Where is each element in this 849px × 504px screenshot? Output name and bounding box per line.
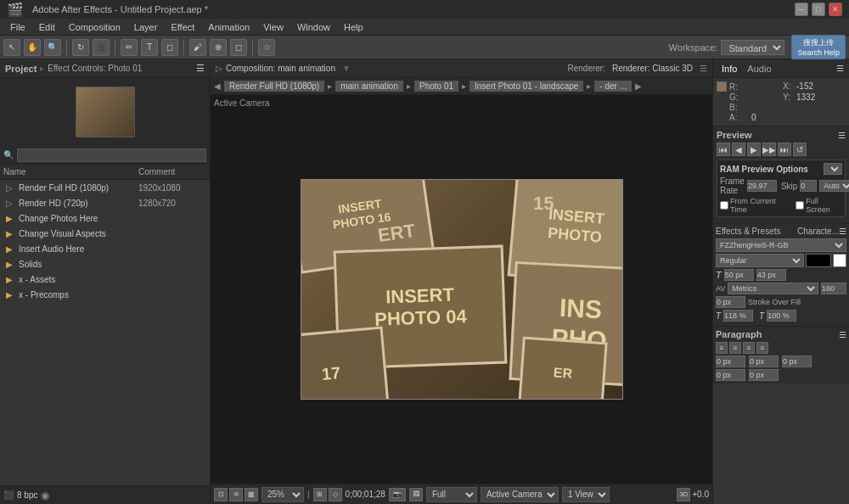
menu-view[interactable]: View xyxy=(256,20,290,34)
breadcrumb-right-icon[interactable]: ▶ xyxy=(635,81,642,91)
color-preview-white[interactable] xyxy=(833,254,846,267)
view-select[interactable]: Active Camera xyxy=(481,487,559,502)
font-style-select[interactable]: Regular xyxy=(716,254,804,267)
tool-zoom[interactable]: 🔍 xyxy=(44,39,61,56)
menu-window[interactable]: Window xyxy=(290,20,337,34)
tool-shape[interactable]: ◻ xyxy=(161,39,178,56)
space-before-input[interactable] xyxy=(782,356,812,367)
view-count-select[interactable]: 1 View xyxy=(562,487,610,502)
menu-file[interactable]: File xyxy=(3,20,32,34)
maximize-button[interactable]: □ xyxy=(812,3,825,16)
info-tab[interactable]: Info xyxy=(718,62,740,76)
tool-text[interactable]: T xyxy=(141,39,158,56)
prev-first-button[interactable]: ⏮ xyxy=(717,143,730,156)
resolution-select[interactable]: Auto xyxy=(819,180,849,192)
snap-button[interactable]: ⊡ xyxy=(214,488,228,501)
ram-options-select[interactable] xyxy=(824,163,842,175)
mask-button[interactable]: ◇ xyxy=(329,488,342,501)
bit-depth-value[interactable]: 8 bpc xyxy=(17,490,37,500)
stroke-input[interactable] xyxy=(716,296,745,308)
font-size-input[interactable] xyxy=(724,269,754,281)
list-item[interactable]: ▶ Change Visual Aspects xyxy=(0,226,210,241)
align-right-button[interactable]: ≡ xyxy=(743,342,755,354)
audio-tab[interactable]: Audio xyxy=(744,62,774,76)
tool-pen[interactable]: ✏ xyxy=(121,39,138,56)
3d-button[interactable]: 3D xyxy=(677,488,690,501)
zoom-select[interactable]: 25% 50% 100% xyxy=(261,487,304,502)
prev-fwd-button[interactable]: ▶▶ xyxy=(762,143,776,156)
tool-eraser[interactable]: ◻ xyxy=(230,39,247,56)
workspace-select[interactable]: Standard xyxy=(721,40,784,55)
list-item[interactable]: ▶ Solids xyxy=(0,256,210,272)
list-item[interactable]: ▷ Render Full HD (1080p) 1920x1080 xyxy=(0,180,210,195)
menu-animation[interactable]: Animation xyxy=(201,20,256,34)
panel-close-icon[interactable]: ☰ xyxy=(700,64,707,73)
tracking-input[interactable] xyxy=(821,283,846,294)
list-item[interactable]: ▶ Change Photos Here xyxy=(0,210,210,226)
skip-input[interactable] xyxy=(800,180,817,192)
frame-rate-input[interactable] xyxy=(747,180,777,192)
tool-rotate[interactable]: ↻ xyxy=(72,39,89,56)
menu-help[interactable]: Help xyxy=(337,20,370,34)
tool-brush[interactable]: 🖌 xyxy=(189,39,206,56)
kerning-select[interactable]: Metrics xyxy=(728,283,818,294)
breadcrumb-der[interactable]: - der ... xyxy=(594,81,632,92)
tool-select[interactable]: ↖ xyxy=(3,39,20,56)
tool-camera[interactable]: 🎥 xyxy=(93,39,110,56)
effect-controls-tab[interactable]: Effect Controls: Photo 01 xyxy=(48,64,142,73)
tool-puppet[interactable]: ☆ xyxy=(258,39,275,56)
window-controls[interactable]: — □ ✕ xyxy=(795,3,842,16)
breadcrumb-main-anim[interactable]: main animation xyxy=(335,81,403,92)
align-left-button[interactable]: ≡ xyxy=(716,342,728,354)
search-help-button[interactable]: 搜搜上传 Search Help xyxy=(791,35,846,59)
resolution-button[interactable]: ▩ xyxy=(245,488,258,501)
char-panel-menu[interactable]: ☰ xyxy=(839,227,846,236)
h-scale-input[interactable] xyxy=(723,310,753,322)
justify-button[interactable]: ≡ xyxy=(756,342,768,354)
close-button[interactable]: ✕ xyxy=(829,3,842,16)
prev-last-button[interactable]: ⏭ xyxy=(778,143,791,156)
list-item[interactable]: ▶ Insert Audio Here xyxy=(0,241,210,256)
v-scale-input[interactable] xyxy=(767,310,796,322)
motion-blur-button[interactable]: ≋ xyxy=(229,488,243,501)
space-after-input[interactable] xyxy=(749,369,779,381)
grid-button[interactable]: ⊞ xyxy=(313,488,327,501)
minimize-button[interactable]: — xyxy=(795,3,808,16)
header-menu-icon[interactable]: ▼ xyxy=(342,64,351,73)
tool-hand[interactable]: ✋ xyxy=(24,39,41,56)
first-line-input[interactable] xyxy=(716,369,745,381)
breadcrumb-insert[interactable]: Insert Photo 01 - landscape xyxy=(469,81,583,92)
snapshot-button[interactable]: 📷 xyxy=(389,488,406,501)
prev-play-button[interactable]: ▶ xyxy=(747,143,761,156)
breadcrumb-left-icon[interactable]: ◀ xyxy=(214,81,221,91)
menu-layer[interactable]: Layer xyxy=(127,20,165,34)
quality-select[interactable]: Full Half Quarter xyxy=(426,487,477,502)
indent-left-input[interactable] xyxy=(716,356,745,367)
align-center-button[interactable]: ≡ xyxy=(729,342,741,354)
font-family-select[interactable]: FZZhengHei5-R-GB xyxy=(716,238,846,252)
breadcrumb-resolution[interactable]: Render Full HD (1080p) xyxy=(224,81,324,92)
prev-back-button[interactable]: ◀ xyxy=(732,143,745,156)
show-snapshot-button[interactable]: 🖼 xyxy=(409,488,423,501)
flow-chart-icon[interactable]: ◉ xyxy=(41,490,49,501)
leading-input[interactable] xyxy=(756,269,786,281)
list-item[interactable]: ▷ Render HD (720p) 1280x720 xyxy=(0,195,210,210)
info-panel-menu[interactable]: ☰ xyxy=(836,64,844,73)
list-item[interactable]: ▶ x - Assets xyxy=(0,272,210,287)
title-bar-left: 🎬 Adobe After Effects - Untitled Project… xyxy=(7,2,208,18)
project-search-input[interactable] xyxy=(17,148,206,162)
from-current-checkbox[interactable] xyxy=(720,201,728,210)
paragraph-menu[interactable]: ☰ xyxy=(839,330,846,339)
menu-edit[interactable]: Edit xyxy=(32,20,62,34)
panel-menu-icon[interactable]: ☰ xyxy=(196,63,205,74)
full-screen-checkbox[interactable] xyxy=(796,201,804,210)
tool-clone[interactable]: ⊕ xyxy=(210,39,227,56)
indent-right-input[interactable] xyxy=(749,356,779,367)
preview-panel-menu[interactable]: ☰ xyxy=(838,131,846,140)
color-preview-black[interactable] xyxy=(806,254,831,267)
menu-effect[interactable]: Effect xyxy=(164,20,201,34)
menu-composition[interactable]: Composition xyxy=(62,20,127,34)
breadcrumb-photo01[interactable]: Photo 01 xyxy=(414,81,458,92)
prev-loop-button[interactable]: ↺ xyxy=(793,143,807,156)
list-item[interactable]: ▶ x - Precomps xyxy=(0,287,210,302)
